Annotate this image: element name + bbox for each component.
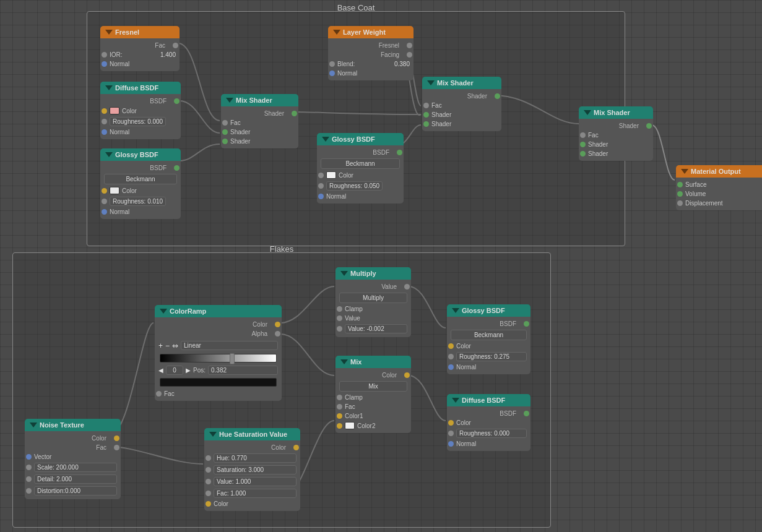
hsv-value-field[interactable]: Value: 1.000 [214,477,297,486]
cr-add-btn[interactable]: + [158,341,163,350]
glossy-top-rough-in[interactable] [102,199,107,204]
hsv-color-in[interactable] [206,501,211,507]
ms1-fac-in[interactable] [222,120,228,126]
hsv-sat-field[interactable]: Saturation: 3.000 [214,465,297,474]
mult-value-in[interactable] [337,315,342,321]
ms2-shader1-in[interactable] [423,112,429,118]
noise-distortion-field[interactable]: Distortion:0.000 [34,486,117,496]
lw-blend-in[interactable] [329,61,335,67]
color-ramp-header[interactable]: ColorRamp [155,305,282,317]
cr-gradient-bar[interactable] [160,354,277,363]
glossy-top-color-in[interactable] [102,188,107,194]
ms1-shader2-in[interactable] [222,139,228,144]
glossy2-color-in[interactable] [318,173,324,178]
fresnel-fac-out[interactable] [173,43,178,48]
hsv-color-out[interactable] [293,445,299,450]
cr-color-out[interactable] [275,322,280,327]
diffuse-flakes-normal-in[interactable] [448,441,454,447]
ms3-shader2-in[interactable] [580,151,586,157]
noise-detail-in[interactable] [26,476,32,482]
mix-shader-1-header[interactable]: Mix Shader [221,94,298,106]
mix-fac-in[interactable] [337,404,342,410]
ms3-shader1-in[interactable] [580,142,586,147]
noise-texture-header[interactable]: Noise Texture [25,419,121,431]
multiply-header[interactable]: Multiply [336,267,411,280]
cr-flip-btn[interactable]: ⇔ [172,341,178,350]
fresnel-normal-in[interactable] [102,61,107,67]
diffuse-top-rough-in[interactable] [102,119,107,124]
cr-remove-btn[interactable]: − [165,341,170,350]
ms2-shader2-in[interactable] [423,121,429,127]
fresnel-header[interactable]: Fresnel [100,26,180,38]
cr-next-btn[interactable]: ▶ [186,367,191,374]
hsv-fac-field[interactable]: Fac: 1.000 [214,489,297,498]
noise-scale-field[interactable]: Scale: 200.000 [34,463,117,472]
mix-operation[interactable]: Mix [339,381,407,392]
ms3-shader-out[interactable] [646,123,652,129]
glossy-flakes-bsdf-out[interactable] [524,321,529,327]
material-output-header[interactable]: Material Output [676,165,762,178]
noise-detail-field[interactable]: Detail: 2.000 [34,474,117,484]
mix-header[interactable]: Mix [336,356,411,368]
glossy2-normal-in[interactable] [318,194,324,199]
mix-shader-2-header[interactable]: Mix Shader [422,77,501,89]
mo-volume-in[interactable] [677,191,683,197]
glossy-flakes-rough-field[interactable]: Roughness: 0.275 [456,352,527,361]
mult-operation[interactable]: Multiply [339,293,407,303]
diffuse-top-normal-in[interactable] [102,129,107,135]
glossy-flakes-normal-in[interactable] [448,364,454,370]
mult-value2-in[interactable] [337,326,342,332]
noise-vector-in[interactable] [26,454,32,460]
lw-fresnel-out[interactable] [407,43,412,48]
ms3-fac-in[interactable] [580,132,586,138]
glossy2-color-swatch[interactable] [326,171,336,179]
cr-prev-btn[interactable]: ◀ [158,367,163,374]
diffuse-top-color-swatch[interactable] [110,107,119,114]
mo-surface-in[interactable] [677,182,683,187]
noise-fac-out[interactable] [114,445,119,450]
glossy-bsdf-top-header[interactable]: Glossy BSDF [100,148,181,161]
cr-pos-field[interactable]: 0.382 [208,366,278,375]
diffuse-bsdf-top-header[interactable]: Diffuse BSDF [100,82,181,94]
hsv-hue-in[interactable] [206,455,211,461]
layer-weight-header[interactable]: Layer Weight [328,26,413,38]
cr-fac-in[interactable] [156,391,162,397]
hsv-sat-in[interactable] [206,467,211,473]
ms2-fac-in[interactable] [423,103,429,108]
diffuse-top-bsdf-out[interactable] [174,98,180,104]
cr-interpolation[interactable]: Linear [181,341,278,350]
ms1-shader1-in[interactable] [222,129,228,135]
hsv-value-in[interactable] [206,479,211,484]
diffuse-flakes-header[interactable]: Diffuse BSDF [447,394,530,406]
hsv-fac-in[interactable] [206,491,211,496]
hsv-hue-field[interactable]: Hue: 0.770 [214,453,297,463]
diffuse-flakes-rough-field[interactable]: Roughness: 0.000 [456,429,527,438]
mo-displacement-in[interactable] [677,200,683,206]
diffuse-flakes-bsdf-out[interactable] [524,411,529,416]
glossy-flakes-header[interactable]: Glossy BSDF [447,304,530,317]
noise-color-out[interactable] [114,435,119,441]
cr-alpha-out[interactable] [275,331,280,337]
mix-clamp-in[interactable] [337,395,342,400]
mult-value2-field[interactable]: Value: -0.002 [345,324,407,333]
glossy-flakes-rough-in[interactable] [448,354,454,359]
cr-stop[interactable] [230,353,235,364]
glossy-top-distribution[interactable]: Beckmann [104,174,177,184]
lw-normal-in[interactable] [329,71,335,76]
ms2-shader-out[interactable] [495,93,500,99]
ms1-shader-out[interactable] [292,111,297,116]
diffuse-flakes-rough-in[interactable] [448,431,454,436]
mult-value-out[interactable] [404,284,410,290]
glossy2-rough-in[interactable] [318,183,324,189]
glossy-bsdf-2-header[interactable]: Glossy BSDF [317,133,404,145]
hue-saturation-header[interactable]: Hue Saturation Value [204,428,300,440]
glossy2-distribution[interactable]: Beckmann [321,158,400,169]
mix-color-out[interactable] [404,372,410,378]
cr-stop-index[interactable]: 0 [166,366,183,375]
glossy-top-bsdf-out[interactable] [174,165,180,171]
diffuse-flakes-color-in[interactable] [448,420,454,426]
mult-clamp-in[interactable] [337,306,342,312]
mix-color1-in[interactable] [337,413,342,419]
glossy-top-color-swatch[interactable] [110,187,119,194]
mix-color2-swatch[interactable] [345,422,355,429]
